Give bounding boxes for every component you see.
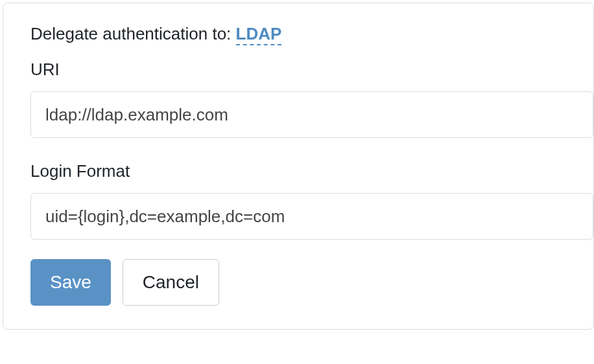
delegate-prefix: Delegate authentication to: [30, 24, 236, 43]
login-format-input[interactable] [30, 193, 593, 240]
delegate-target-link[interactable]: LDAP [236, 24, 282, 45]
login-format-group: Login Format [30, 161, 593, 240]
uri-group: URI [30, 60, 593, 138]
login-format-label: Login Format [30, 161, 593, 181]
cancel-button[interactable]: Cancel [123, 259, 219, 306]
uri-label: URI [30, 60, 593, 80]
button-row: Save Cancel [30, 259, 593, 306]
delegate-heading: Delegate authentication to: LDAP [30, 24, 593, 44]
save-button[interactable]: Save [30, 259, 111, 306]
uri-input[interactable] [30, 91, 593, 138]
auth-delegate-panel: Delegate authentication to: LDAP URI Log… [3, 3, 594, 330]
